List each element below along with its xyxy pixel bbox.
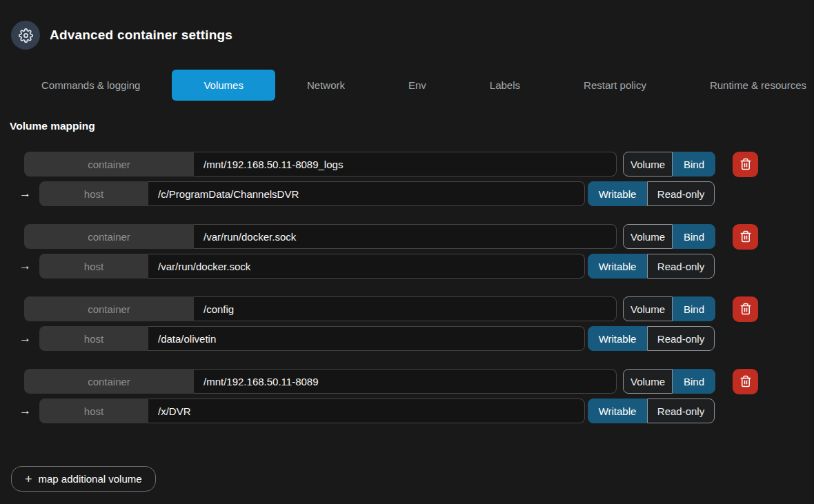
container-path-input[interactable] [194, 296, 617, 321]
delete-volume-button[interactable] [733, 152, 758, 177]
volume-toggle-button[interactable]: Volume [623, 152, 673, 177]
host-path-input[interactable] [148, 181, 585, 206]
writable-toggle-button[interactable]: Writable [588, 399, 647, 423]
page-title: Advanced container settings [50, 28, 232, 43]
readonly-toggle-button[interactable]: Read-only [647, 326, 715, 351]
writable-toggle-button[interactable]: Writable [588, 254, 647, 279]
arrow-right-icon: → [11, 326, 39, 351]
map-additional-volume-button[interactable]: + map additional volume [11, 466, 156, 492]
volume-toggle-button[interactable]: Volume [623, 296, 673, 321]
writable-toggle-button[interactable]: Writable [588, 181, 647, 206]
header: Advanced container settings [0, 0, 814, 57]
bind-toggle-button[interactable]: Bind [673, 152, 715, 177]
volume-bind-toggle: Volume Bind [623, 296, 715, 321]
tab-labels[interactable]: Labels [458, 70, 552, 101]
trash-icon [739, 230, 752, 243]
tab-volumes[interactable]: Volumes [172, 70, 275, 101]
writable-readonly-toggle: Writable Read-only [588, 326, 715, 351]
container-path-label: container [24, 152, 194, 177]
volume-toggle-button[interactable]: Volume [623, 224, 673, 249]
trash-icon [739, 375, 752, 387]
host-path-label: host [39, 254, 148, 279]
trash-icon [739, 158, 752, 170]
host-path-input[interactable] [148, 399, 585, 423]
host-path-input[interactable] [148, 326, 585, 351]
volume-mapping-row: container Volume Bind → host Writable [0, 369, 814, 423]
volume-bind-toggle: Volume Bind [623, 152, 715, 177]
container-path-input[interactable] [194, 152, 617, 177]
host-path-label: host [39, 326, 148, 351]
delete-volume-button[interactable] [733, 224, 758, 250]
writable-readonly-toggle: Writable Read-only [588, 181, 715, 206]
volume-bind-toggle: Volume Bind [623, 224, 715, 249]
tab-network[interactable]: Network [275, 70, 377, 101]
host-path-input[interactable] [148, 254, 585, 279]
container-path-input[interactable] [194, 369, 617, 394]
arrow-right-icon: → [11, 181, 39, 206]
arrow-right-icon: → [11, 254, 39, 279]
volume-mapping-row: container Volume Bind → host Writable [0, 152, 814, 206]
writable-toggle-button[interactable]: Writable [588, 326, 647, 351]
bind-toggle-button[interactable]: Bind [673, 296, 715, 321]
readonly-toggle-button[interactable]: Read-only [647, 254, 715, 279]
volume-mapping-row: container Volume Bind → host Writable [0, 224, 814, 279]
plus-icon: + [25, 473, 32, 485]
container-path-label: container [24, 224, 194, 249]
volume-mapping-list: container Volume Bind → host Writable [0, 152, 814, 423]
tab-bar: Commands & logging Volumes Network Env L… [10, 70, 814, 101]
writable-readonly-toggle: Writable Read-only [588, 254, 715, 279]
delete-volume-button[interactable] [733, 369, 758, 394]
container-path-label: container [24, 296, 194, 321]
delete-volume-button[interactable] [733, 296, 758, 322]
arrow-right-icon: → [11, 399, 39, 423]
readonly-toggle-button[interactable]: Read-only [647, 181, 715, 206]
settings-badge [11, 21, 40, 50]
tab-commands-logging[interactable]: Commands & logging [10, 70, 172, 101]
volume-bind-toggle: Volume Bind [623, 369, 715, 394]
container-path-input[interactable] [194, 224, 617, 249]
volume-mapping-heading: Volume mapping [10, 119, 814, 132]
bind-toggle-button[interactable]: Bind [673, 224, 715, 249]
tab-runtime-resources[interactable]: Runtime & resources [678, 70, 814, 101]
container-path-label: container [24, 369, 194, 394]
readonly-toggle-button[interactable]: Read-only [647, 399, 715, 423]
map-additional-volume-label: map additional volume [39, 473, 142, 485]
volume-mapping-row: container Volume Bind → host Writable [0, 296, 814, 351]
tab-restart-policy[interactable]: Restart policy [552, 70, 678, 101]
trash-icon [739, 303, 752, 315]
tab-env[interactable]: Env [377, 70, 458, 101]
volume-toggle-button[interactable]: Volume [623, 369, 673, 394]
gear-icon [19, 28, 33, 43]
host-path-label: host [39, 399, 148, 423]
bind-toggle-button[interactable]: Bind [673, 369, 715, 394]
host-path-label: host [39, 181, 148, 206]
writable-readonly-toggle: Writable Read-only [588, 399, 715, 423]
